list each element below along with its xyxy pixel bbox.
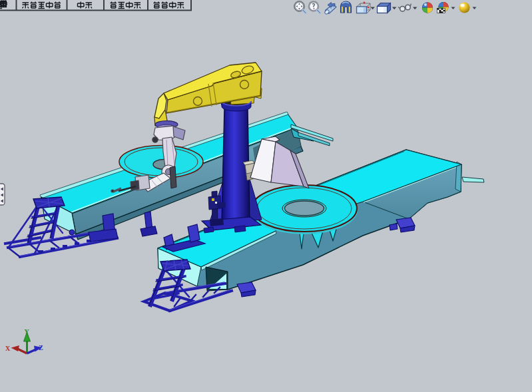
svg-text:Z: Z	[39, 344, 43, 351]
svg-text:X: X	[5, 345, 11, 352]
svg-text:Y: Y	[25, 328, 30, 335]
